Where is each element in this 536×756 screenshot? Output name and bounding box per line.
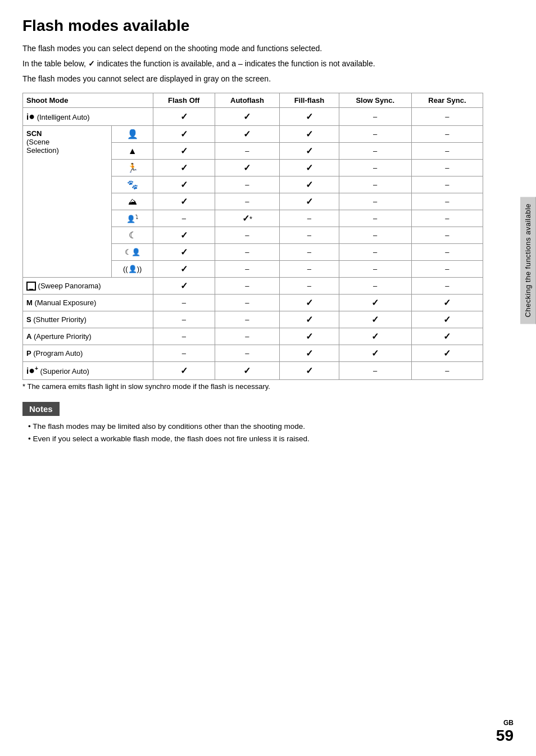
cell-scn5-fillflash: ✓ [280, 193, 339, 210]
table-row: ⎯ (Sweep Panorama) ✓ – – – – [23, 278, 483, 295]
cell-scn6-slowsync: – [339, 210, 411, 227]
cell-p-fillflash: ✓ [280, 345, 339, 362]
scn-label: SCN(SceneSelection) [23, 126, 112, 278]
cell-scn9-autoflash: – [215, 261, 280, 278]
cell-ia-rearsync: – [411, 108, 483, 126]
cell-m-flashoff: – [153, 295, 215, 311]
scn-landscape-icon: ▲ [112, 143, 153, 160]
cell-scn5-rearsync: – [411, 193, 483, 210]
intro-line-3: The flash modes you cannot select are di… [22, 73, 483, 85]
scn-lowlight-icon: 👤⤵ [112, 210, 153, 227]
cell-sweep-rearsync: – [411, 278, 483, 295]
table-row: S (Shutter Priority) – – ✓ ✓ ✓ [23, 311, 483, 328]
cell-sweep-autoflash: – [215, 278, 280, 295]
cell-m-autoflash: – [215, 295, 280, 311]
cell-ia-autoflash: ✓ [215, 108, 280, 126]
cell-scn6-rearsync: – [411, 210, 483, 227]
page-number: GB 59 [496, 719, 514, 745]
cell-scn1-flashoff: ✓ [153, 126, 215, 143]
side-tab: Checking the functions available [520, 197, 536, 324]
cell-scn4-rearsync: – [411, 176, 483, 193]
manual-exposure-label: M (Manual Exposure) [23, 295, 153, 311]
cell-s-rearsync: ✓ [411, 311, 483, 328]
scn-sports-icon: 🏃 [112, 160, 153, 176]
cell-scn4-flashoff: ✓ [153, 176, 215, 193]
intro-line-2: In the table below, ✓ indicates the func… [22, 58, 483, 70]
table-row: i● (Intelligent Auto) ✓ ✓ ✓ – – [23, 108, 483, 126]
note-item-2: Even if you select a workable flash mode… [22, 433, 483, 445]
page-number-value: 59 [496, 727, 514, 744]
cell-scn6-flashoff: – [153, 210, 215, 227]
cell-scn6-autoflash: ✓* [215, 210, 280, 227]
cell-scn4-slowsync: – [339, 176, 411, 193]
cell-a-slowsync: ✓ [339, 328, 411, 345]
cell-scn7-autoflash: – [215, 227, 280, 244]
cell-ia-fillflash: ✓ [280, 108, 339, 126]
cell-p-rearsync: ✓ [411, 345, 483, 362]
cell-scn3-rearsync: – [411, 160, 483, 176]
cell-a-autoflash: – [215, 328, 280, 345]
cell-s-fillflash: ✓ [280, 311, 339, 328]
cell-sweep-fillflash: – [280, 278, 339, 295]
scn-macro-icon: 🐾 [112, 176, 153, 193]
cell-s-flashoff: – [153, 311, 215, 328]
cell-m-fillflash: ✓ [280, 295, 339, 311]
cell-m-slowsync: ✓ [339, 295, 411, 311]
table-row: SCN(SceneSelection) 👤 ✓ ✓ ✓ – – [23, 126, 483, 143]
cell-scn2-fillflash: ✓ [280, 143, 339, 160]
cell-a-flashoff: – [153, 328, 215, 345]
cell-ia2-autoflash: ✓ [215, 362, 280, 380]
cell-scn9-flashoff: ✓ [153, 261, 215, 278]
cell-sweep-flashoff: ✓ [153, 278, 215, 295]
header-rear-sync: Rear Sync. [411, 93, 483, 108]
cell-scn8-slowsync: – [339, 244, 411, 261]
cell-scn5-flashoff: ✓ [153, 193, 215, 210]
scn-night-icon: ☾ [112, 227, 153, 244]
cell-scn1-rearsync: – [411, 126, 483, 143]
notes-label: Notes [22, 402, 60, 416]
cell-p-flashoff: – [153, 345, 215, 362]
cell-scn5-slowsync: – [339, 193, 411, 210]
cell-ia2-rearsync: – [411, 362, 483, 380]
cell-scn7-flashoff: ✓ [153, 227, 215, 244]
cell-ia2-fillflash: ✓ [280, 362, 339, 380]
cell-ia2-flashoff: ✓ [153, 362, 215, 380]
cell-scn7-rearsync: – [411, 227, 483, 244]
cell-s-slowsync: ✓ [339, 311, 411, 328]
table-row: M (Manual Exposure) – – ✓ ✓ ✓ [23, 295, 483, 311]
cell-scn9-fillflash: – [280, 261, 339, 278]
superior-auto-label: i●+ (Superior Auto) [23, 362, 153, 380]
cell-scn8-autoflash: – [215, 244, 280, 261]
cell-scn1-autoflash: ✓ [215, 126, 280, 143]
cell-scn4-autoflash: – [215, 176, 280, 193]
cell-scn2-rearsync: – [411, 143, 483, 160]
shutter-priority-label: S (Shutter Priority) [23, 311, 153, 328]
header-flash-off: Flash Off [153, 93, 215, 108]
intro-line-1: The flash modes you can select depend on… [22, 43, 483, 55]
cell-scn7-fillflash: – [280, 227, 339, 244]
page-gb-label: GB [496, 719, 514, 727]
scn-antishake-icon: ((👤)) [112, 261, 153, 278]
cell-scn8-rearsync: – [411, 244, 483, 261]
cell-a-rearsync: ✓ [411, 328, 483, 345]
cell-scn3-autoflash: ✓ [215, 160, 280, 176]
cell-scn9-rearsync: – [411, 261, 483, 278]
scn-nightportrait-icon: ☾👤 [112, 244, 153, 261]
cell-scn2-autoflash: – [215, 143, 280, 160]
cell-scn1-slowsync: – [339, 126, 411, 143]
header-fill-flash: Fill-flash [280, 93, 339, 108]
cell-scn8-flashoff: ✓ [153, 244, 215, 261]
note-item-1: The flash modes may be limited also by c… [22, 420, 483, 433]
cell-scn7-slowsync: – [339, 227, 411, 244]
flash-modes-table: Shoot Mode Flash Off Autoflash Fill-flas… [22, 93, 483, 380]
cell-p-slowsync: ✓ [339, 345, 411, 362]
header-autoflash: Autoflash [215, 93, 280, 108]
notes-list: The flash modes may be limited also by c… [22, 420, 483, 445]
cell-a-fillflash: ✓ [280, 328, 339, 345]
cell-scn2-flashoff: ✓ [153, 143, 215, 160]
cell-scn5-autoflash: – [215, 193, 280, 210]
cell-m-rearsync: ✓ [411, 295, 483, 311]
intro-section: The flash modes you can select depend on… [22, 43, 483, 85]
scn-sunset-icon: ⛰ [112, 193, 153, 210]
cell-scn1-fillflash: ✓ [280, 126, 339, 143]
